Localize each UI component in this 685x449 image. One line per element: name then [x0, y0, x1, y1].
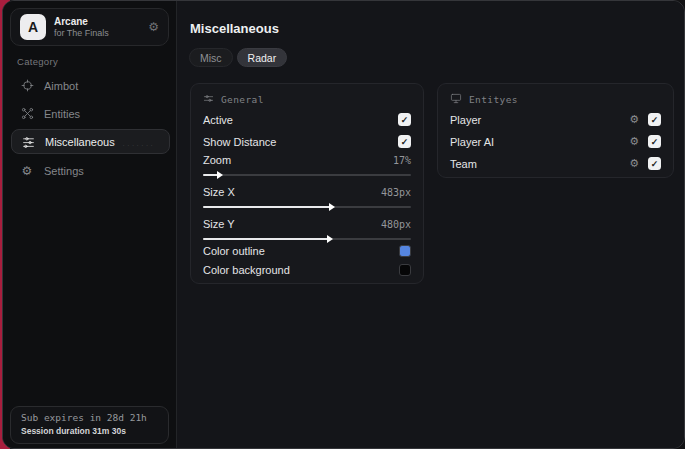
entities-panel-title: Entityes	[469, 94, 518, 105]
entities-panel: Entityes Player ⚙ ✓ Player AI ⚙ ✓ Team	[437, 83, 674, 178]
zoom-slider[interactable]	[203, 170, 411, 180]
zoom-value: 17%	[393, 155, 411, 166]
slider-fill	[203, 174, 218, 176]
setting-row-size-x: Size X 483px	[203, 186, 411, 198]
sidebar-item-aimbot[interactable]: Aimbot	[11, 73, 170, 98]
sidebar-item-label: Settings	[44, 165, 84, 177]
slider-fill	[203, 238, 328, 240]
show-distance-checkbox[interactable]: ✓	[398, 135, 411, 148]
entity-label: Player	[450, 114, 481, 126]
sidebar: A Arcane for The Finals ⚙ Category Aimbo…	[3, 1, 177, 448]
size-y-slider[interactable]	[203, 234, 411, 244]
color-outline-swatch[interactable]	[399, 245, 411, 257]
setting-label: Color outline	[203, 245, 265, 257]
setting-row-color-outline: Color outline	[203, 245, 411, 257]
app-meta: Arcane for The Finals	[54, 16, 140, 38]
sidebar-item-label: Miscellaneous	[45, 136, 115, 148]
slider-thumb[interactable]	[329, 203, 335, 211]
size-x-slider[interactable]	[203, 202, 411, 212]
setting-row-size-y: Size Y 480px	[203, 218, 411, 230]
size-y-value: 480px	[381, 219, 411, 230]
app-logo: A	[20, 14, 46, 40]
session-duration-text: Session duration 31m 30s	[21, 426, 158, 436]
setting-row-show-distance: Show Distance ✓	[203, 135, 411, 148]
size-x-value: 483px	[381, 187, 411, 198]
crosshair-icon	[20, 79, 34, 92]
player-ai-checkbox[interactable]: ✓	[648, 135, 661, 148]
setting-row-zoom: Zoom 17%	[203, 154, 411, 166]
entity-row-player: Player ⚙ ✓	[450, 113, 661, 126]
gear-icon: ⚙	[20, 164, 34, 178]
setting-row-color-background: Color background	[203, 264, 411, 276]
slider-thumb[interactable]	[217, 171, 223, 179]
general-panel: General Active ✓ Show Distance ✓ Zoom 17…	[190, 83, 424, 284]
entity-row-team: Team ⚙ ✓	[450, 157, 661, 170]
sidebar-item-miscellaneous[interactable]: Miscellaneous ·······	[11, 129, 170, 154]
subscription-card: Sub expires in 28d 21h Session duration …	[10, 406, 169, 444]
main-content: Miscellaneous Misc Radar General Active …	[178, 1, 684, 448]
page-title: Miscellaneous	[190, 21, 279, 36]
gear-icon[interactable]: ⚙	[148, 20, 159, 34]
slider-thumb[interactable]	[327, 235, 333, 243]
app-window: A Arcane for The Finals ⚙ Category Aimbo…	[2, 0, 685, 449]
general-panel-header: General	[203, 93, 264, 106]
app-card: A Arcane for The Finals ⚙	[10, 8, 169, 46]
entities-panel-header: Entityes	[450, 93, 518, 106]
entities-icon	[20, 107, 34, 120]
entity-label: Team	[450, 158, 477, 170]
sidebar-item-label: Aimbot	[44, 80, 78, 92]
slider-fill	[203, 206, 330, 208]
gear-icon[interactable]: ⚙	[629, 158, 639, 169]
app-subtitle: for The Finals	[54, 28, 140, 38]
entity-row-player-ai: Player AI ⚙ ✓	[450, 135, 661, 148]
setting-label: Zoom	[203, 154, 231, 166]
setting-label: Show Distance	[203, 136, 276, 148]
active-checkbox[interactable]: ✓	[398, 113, 411, 126]
tab-radar[interactable]: Radar	[237, 48, 288, 67]
sub-expiry-text: Sub expires in 28d 21h	[21, 412, 158, 423]
gear-icon[interactable]: ⚙	[629, 136, 639, 147]
setting-label: Size Y	[203, 218, 235, 230]
sidebar-item-settings[interactable]: ⚙ Settings	[11, 158, 170, 183]
category-label: Category	[17, 56, 58, 67]
setting-label: Active	[203, 114, 233, 126]
drag-dots-decoration: ·······	[122, 142, 155, 150]
sliders-icon	[21, 135, 35, 148]
sidebar-item-label: Entities	[44, 108, 80, 120]
tab-misc[interactable]: Misc	[189, 48, 233, 67]
slider-track	[203, 174, 411, 176]
setting-label: Size X	[203, 186, 235, 198]
color-background-swatch[interactable]	[399, 264, 411, 276]
player-checkbox[interactable]: ✓	[648, 113, 661, 126]
gear-icon[interactable]: ⚙	[629, 114, 639, 125]
entity-label: Player AI	[450, 136, 494, 148]
sidebar-item-entities[interactable]: Entities	[11, 101, 170, 126]
sliders-icon	[203, 93, 214, 106]
app-name: Arcane	[54, 16, 140, 28]
monitor-icon	[450, 93, 462, 106]
setting-label: Color background	[203, 264, 290, 276]
tab-bar: Misc Radar	[189, 48, 287, 67]
setting-row-active: Active ✓	[203, 113, 411, 126]
team-checkbox[interactable]: ✓	[648, 157, 661, 170]
general-panel-title: General	[221, 94, 264, 105]
